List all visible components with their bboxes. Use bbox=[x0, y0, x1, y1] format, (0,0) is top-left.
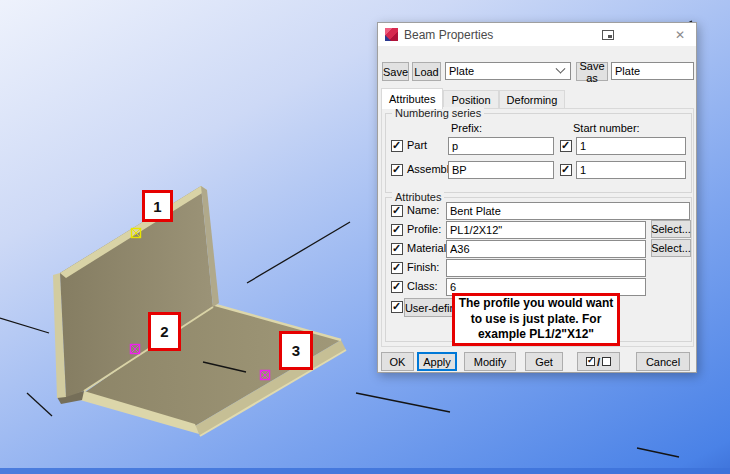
class-checkbox[interactable] bbox=[391, 281, 403, 293]
beam-properties-dialog: Beam Properties Save Load Plate Save as … bbox=[377, 22, 697, 373]
marker-number: 2 bbox=[160, 323, 168, 340]
toggle-separator: / bbox=[597, 356, 600, 368]
bent-plate[interactable] bbox=[53, 186, 346, 436]
finish-label: Finish: bbox=[407, 261, 439, 273]
profile-label: Profile: bbox=[407, 223, 441, 235]
start-number-header: Start number: bbox=[573, 122, 640, 134]
profile-input[interactable] bbox=[446, 221, 646, 239]
material-input[interactable] bbox=[446, 240, 646, 258]
material-checkbox[interactable] bbox=[391, 243, 403, 255]
material-select-button[interactable]: Select... bbox=[651, 239, 691, 257]
part-prefix-input[interactable] bbox=[448, 137, 554, 155]
construction-line[interactable] bbox=[247, 222, 350, 283]
marker-number: 3 bbox=[292, 342, 300, 359]
dialog-title: Beam Properties bbox=[404, 28, 493, 42]
tab-strip: Attributes Position Deforming bbox=[381, 88, 565, 109]
save-button[interactable]: Save bbox=[382, 62, 409, 81]
get-button[interactable]: Get bbox=[525, 352, 563, 371]
checked-box-icon bbox=[586, 357, 595, 366]
settings-combobox[interactable]: Plate bbox=[445, 62, 571, 80]
marker-label-1: 1 bbox=[142, 190, 173, 222]
chevron-down-icon bbox=[556, 63, 566, 73]
finish-input[interactable] bbox=[446, 259, 646, 277]
assembly-prefix-input[interactable] bbox=[448, 161, 554, 179]
construction-line[interactable] bbox=[0, 318, 49, 333]
marker-number: 1 bbox=[153, 198, 161, 215]
tutorial-annotation: The profile you would want to use is jus… bbox=[452, 293, 620, 346]
profile-select-button[interactable]: Select... bbox=[651, 220, 691, 238]
toggle-all-checkboxes-button[interactable]: / bbox=[577, 352, 620, 371]
group-legend: Attributes bbox=[392, 191, 444, 203]
cancel-button[interactable]: Cancel bbox=[636, 352, 690, 371]
load-button[interactable]: Load bbox=[412, 62, 441, 81]
numbering-series-group: Numbering series Prefix: Start number: P… bbox=[385, 113, 692, 193]
name-label: Name: bbox=[407, 204, 439, 216]
class-label: Class: bbox=[407, 280, 438, 292]
marker-label-3: 3 bbox=[279, 331, 313, 370]
tekla-model-view: 1 2 3 Beam Properties Save Load Plate Sa… bbox=[0, 0, 730, 474]
modify-button[interactable]: Modify bbox=[464, 352, 516, 371]
close-icon[interactable] bbox=[672, 27, 688, 43]
save-as-input[interactable] bbox=[611, 62, 694, 80]
material-label: Material: bbox=[407, 242, 449, 254]
part-start-input[interactable] bbox=[576, 137, 686, 155]
profile-checkbox[interactable] bbox=[391, 224, 403, 236]
ok-button[interactable]: OK bbox=[381, 352, 414, 371]
user-defined-checkbox[interactable] bbox=[391, 301, 403, 313]
unchecked-box-icon bbox=[602, 357, 611, 366]
assembly-checkbox[interactable] bbox=[391, 164, 403, 176]
construction-line[interactable] bbox=[637, 448, 679, 457]
context-help-icon[interactable] bbox=[602, 30, 614, 40]
part-checkbox[interactable] bbox=[391, 140, 403, 152]
save-as-button[interactable]: Save as bbox=[576, 62, 608, 81]
construction-line[interactable] bbox=[27, 393, 52, 416]
tekla-logo-icon bbox=[385, 28, 398, 41]
part-start-checkbox[interactable] bbox=[560, 140, 572, 152]
tab-attributes[interactable]: Attributes bbox=[381, 88, 443, 109]
tab-deforming[interactable]: Deforming bbox=[499, 90, 566, 109]
assembly-start-checkbox[interactable] bbox=[560, 164, 572, 176]
dialog-titlebar[interactable]: Beam Properties bbox=[378, 23, 696, 46]
background-bottom-strip bbox=[0, 468, 730, 474]
construction-line[interactable] bbox=[356, 393, 450, 412]
tutorial-annotation-text: The profile you would want to use is jus… bbox=[457, 296, 615, 342]
apply-button[interactable]: Apply bbox=[417, 352, 457, 371]
marker-label-2: 2 bbox=[148, 312, 181, 351]
settings-combobox-value: Plate bbox=[449, 65, 557, 77]
finish-checkbox[interactable] bbox=[391, 262, 403, 274]
name-checkbox[interactable] bbox=[391, 205, 403, 217]
name-input[interactable] bbox=[446, 202, 690, 220]
prefix-header: Prefix: bbox=[451, 122, 482, 134]
part-label: Part bbox=[407, 139, 427, 151]
assembly-start-input[interactable] bbox=[576, 161, 686, 179]
